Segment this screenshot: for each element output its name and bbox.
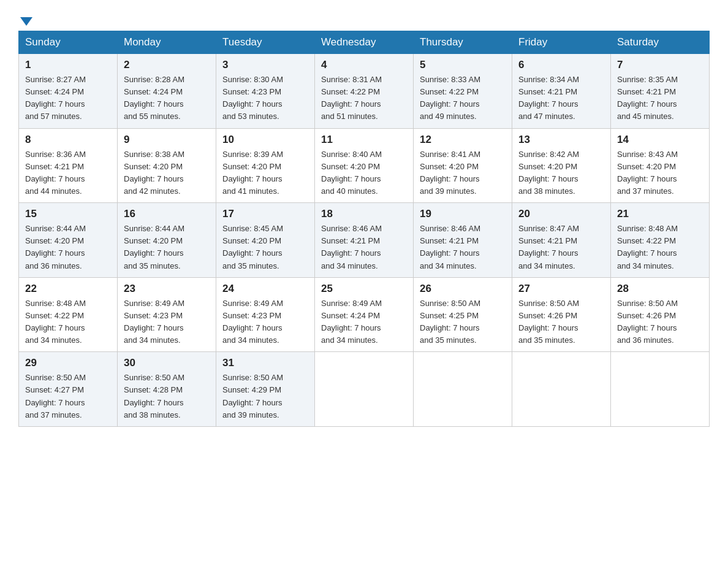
day-info: Sunrise: 8:44 AMSunset: 4:20 PMDaylight:… — [25, 223, 111, 272]
day-info: Sunrise: 8:35 AMSunset: 4:21 PMDaylight:… — [617, 74, 703, 123]
day-number: 8 — [25, 134, 111, 146]
day-info: Sunrise: 8:50 AMSunset: 4:26 PMDaylight:… — [518, 297, 604, 347]
day-number: 26 — [420, 283, 506, 295]
col-header-wednesday: Wednesday — [315, 31, 414, 54]
day-info: Sunrise: 8:36 AMSunset: 4:21 PMDaylight:… — [25, 148, 111, 198]
day-number: 18 — [321, 208, 407, 220]
empty-cell — [315, 352, 414, 427]
day-number: 13 — [518, 134, 604, 146]
calendar-cell: 12Sunrise: 8:41 AMSunset: 4:20 PMDayligh… — [414, 128, 512, 203]
day-number: 15 — [25, 208, 111, 220]
col-header-friday: Friday — [512, 31, 611, 54]
calendar-cell: 3Sunrise: 8:30 AMSunset: 4:23 PMDaylight… — [216, 54, 315, 129]
day-info: Sunrise: 8:50 AMSunset: 4:25 PMDaylight:… — [420, 297, 506, 347]
day-number: 10 — [222, 134, 308, 146]
day-number: 27 — [518, 283, 604, 295]
calendar-cell: 24Sunrise: 8:49 AMSunset: 4:23 PMDayligh… — [216, 277, 315, 352]
day-info: Sunrise: 8:33 AMSunset: 4:22 PMDaylight:… — [420, 74, 506, 123]
day-number: 14 — [617, 134, 703, 146]
day-info: Sunrise: 8:39 AMSunset: 4:20 PMDaylight:… — [222, 148, 308, 198]
day-info: Sunrise: 8:49 AMSunset: 4:23 PMDaylight:… — [222, 297, 308, 347]
calendar-cell: 30Sunrise: 8:50 AMSunset: 4:28 PMDayligh… — [118, 352, 216, 427]
calendar-cell: 6Sunrise: 8:34 AMSunset: 4:21 PMDaylight… — [512, 54, 611, 129]
day-info: Sunrise: 8:50 AMSunset: 4:26 PMDaylight:… — [617, 297, 703, 347]
day-number: 1 — [25, 59, 111, 71]
day-info: Sunrise: 8:50 AMSunset: 4:28 PMDaylight:… — [124, 372, 210, 421]
calendar-cell: 13Sunrise: 8:42 AMSunset: 4:20 PMDayligh… — [512, 128, 611, 203]
day-info: Sunrise: 8:49 AMSunset: 4:23 PMDaylight:… — [124, 297, 210, 347]
day-info: Sunrise: 8:49 AMSunset: 4:24 PMDaylight:… — [321, 297, 407, 347]
day-info: Sunrise: 8:43 AMSunset: 4:20 PMDaylight:… — [617, 148, 703, 198]
day-info: Sunrise: 8:50 AMSunset: 4:27 PMDaylight:… — [25, 372, 111, 421]
calendar-cell: 9Sunrise: 8:38 AMSunset: 4:20 PMDaylight… — [118, 128, 216, 203]
day-number: 9 — [124, 134, 210, 146]
calendar-cell: 27Sunrise: 8:50 AMSunset: 4:26 PMDayligh… — [512, 277, 611, 352]
day-number: 29 — [25, 357, 111, 369]
calendar-cell: 19Sunrise: 8:46 AMSunset: 4:21 PMDayligh… — [414, 203, 512, 278]
calendar-cell: 20Sunrise: 8:47 AMSunset: 4:21 PMDayligh… — [512, 203, 611, 278]
day-number: 23 — [124, 283, 210, 295]
day-info: Sunrise: 8:46 AMSunset: 4:21 PMDaylight:… — [321, 223, 407, 272]
day-number: 5 — [420, 59, 506, 71]
calendar-cell: 18Sunrise: 8:46 AMSunset: 4:21 PMDayligh… — [315, 203, 414, 278]
day-info: Sunrise: 8:45 AMSunset: 4:20 PMDaylight:… — [222, 223, 308, 272]
day-number: 4 — [321, 59, 407, 71]
calendar-cell: 21Sunrise: 8:48 AMSunset: 4:22 PMDayligh… — [611, 203, 710, 278]
day-number: 6 — [518, 59, 604, 71]
calendar-cell: 7Sunrise: 8:35 AMSunset: 4:21 PMDaylight… — [611, 54, 710, 129]
col-header-sunday: Sunday — [19, 31, 118, 54]
calendar-cell: 29Sunrise: 8:50 AMSunset: 4:27 PMDayligh… — [19, 352, 118, 427]
day-info: Sunrise: 8:44 AMSunset: 4:20 PMDaylight:… — [124, 223, 210, 272]
day-info: Sunrise: 8:41 AMSunset: 4:20 PMDaylight:… — [420, 148, 506, 198]
day-info: Sunrise: 8:27 AMSunset: 4:24 PMDaylight:… — [25, 74, 111, 123]
day-info: Sunrise: 8:50 AMSunset: 4:29 PMDaylight:… — [222, 372, 308, 421]
day-number: 16 — [124, 208, 210, 220]
col-header-monday: Monday — [118, 31, 216, 54]
logo — [18, 12, 32, 25]
day-info: Sunrise: 8:47 AMSunset: 4:21 PMDaylight:… — [518, 223, 604, 272]
calendar-cell: 15Sunrise: 8:44 AMSunset: 4:20 PMDayligh… — [19, 203, 118, 278]
day-number: 17 — [222, 208, 308, 220]
calendar-cell: 25Sunrise: 8:49 AMSunset: 4:24 PMDayligh… — [315, 277, 414, 352]
week-row-3: 15Sunrise: 8:44 AMSunset: 4:20 PMDayligh… — [19, 203, 710, 278]
calendar-cell: 31Sunrise: 8:50 AMSunset: 4:29 PMDayligh… — [216, 352, 315, 427]
calendar-cell: 2Sunrise: 8:28 AMSunset: 4:24 PMDaylight… — [118, 54, 216, 129]
day-number: 30 — [124, 357, 210, 369]
day-info: Sunrise: 8:30 AMSunset: 4:23 PMDaylight:… — [222, 74, 308, 123]
day-info: Sunrise: 8:31 AMSunset: 4:22 PMDaylight:… — [321, 74, 407, 123]
day-number: 2 — [124, 59, 210, 71]
day-number: 21 — [617, 208, 703, 220]
calendar-cell: 17Sunrise: 8:45 AMSunset: 4:20 PMDayligh… — [216, 203, 315, 278]
empty-cell — [611, 352, 710, 427]
day-number: 20 — [518, 208, 604, 220]
day-info: Sunrise: 8:42 AMSunset: 4:20 PMDaylight:… — [518, 148, 604, 198]
calendar-cell: 10Sunrise: 8:39 AMSunset: 4:20 PMDayligh… — [216, 128, 315, 203]
calendar-cell: 28Sunrise: 8:50 AMSunset: 4:26 PMDayligh… — [611, 277, 710, 352]
col-header-tuesday: Tuesday — [216, 31, 315, 54]
day-info: Sunrise: 8:40 AMSunset: 4:20 PMDaylight:… — [321, 148, 407, 198]
empty-cell — [414, 352, 512, 427]
day-number: 28 — [617, 283, 703, 295]
day-info: Sunrise: 8:28 AMSunset: 4:24 PMDaylight:… — [124, 74, 210, 123]
day-info: Sunrise: 8:38 AMSunset: 4:20 PMDaylight:… — [124, 148, 210, 198]
calendar-cell: 11Sunrise: 8:40 AMSunset: 4:20 PMDayligh… — [315, 128, 414, 203]
col-header-saturday: Saturday — [611, 31, 710, 54]
day-info: Sunrise: 8:34 AMSunset: 4:21 PMDaylight:… — [518, 74, 604, 123]
calendar-cell: 1Sunrise: 8:27 AMSunset: 4:24 PMDaylight… — [19, 54, 118, 129]
calendar-cell: 22Sunrise: 8:48 AMSunset: 4:22 PMDayligh… — [19, 277, 118, 352]
calendar-cell: 16Sunrise: 8:44 AMSunset: 4:20 PMDayligh… — [118, 203, 216, 278]
day-number: 7 — [617, 59, 703, 71]
day-number: 12 — [420, 134, 506, 146]
empty-cell — [512, 352, 611, 427]
logo-arrow-icon — [20, 17, 32, 26]
week-row-1: 1Sunrise: 8:27 AMSunset: 4:24 PMDaylight… — [19, 54, 710, 129]
calendar-cell: 5Sunrise: 8:33 AMSunset: 4:22 PMDaylight… — [414, 54, 512, 129]
day-number: 19 — [420, 208, 506, 220]
day-info: Sunrise: 8:48 AMSunset: 4:22 PMDaylight:… — [25, 297, 111, 347]
week-row-4: 22Sunrise: 8:48 AMSunset: 4:22 PMDayligh… — [19, 277, 710, 352]
calendar-cell: 8Sunrise: 8:36 AMSunset: 4:21 PMDaylight… — [19, 128, 118, 203]
week-row-5: 29Sunrise: 8:50 AMSunset: 4:27 PMDayligh… — [19, 352, 710, 427]
day-number: 24 — [222, 283, 308, 295]
week-row-2: 8Sunrise: 8:36 AMSunset: 4:21 PMDaylight… — [19, 128, 710, 203]
day-number: 22 — [25, 283, 111, 295]
